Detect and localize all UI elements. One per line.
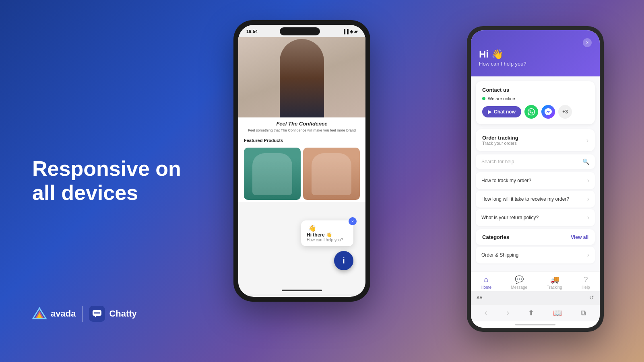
nav-tracking[interactable]: 🚚 Tracking [547,275,562,290]
message-icon: 💬 [515,275,524,284]
chat-now-button[interactable]: ▶ Chat now [482,106,521,117]
chat-body: Contact us We are online ▶ Chat now [471,76,600,272]
phone-time: 16:54 [246,29,258,34]
phone-text-section: Feel The Confidence Feel something that … [238,117,365,136]
chat-header: × Hi 👋 How can I help you? [471,30,600,76]
chat-bottom-nav: ⌂ Home 💬 Message 🚚 Tracking ? Help [471,272,600,291]
whatsapp-icon[interactable] [524,105,538,119]
faq-text-1: How to track my order? [481,178,531,183]
avada-logo: avada [32,306,76,321]
chatty-icon [89,306,105,322]
nav-message[interactable]: 💬 Message [511,275,527,290]
phone-products [238,145,365,202]
phone-chat-close[interactable]: × [349,217,357,225]
avada-label: avada [51,309,76,319]
chat-greeting: Hi 👋 [479,49,592,60]
online-dot [482,97,485,100]
contact-card: Contact us We are online ▶ Chat now [476,81,595,124]
faq-chevron-2: › [587,195,589,203]
online-text: We are online [488,96,515,101]
tablet-home-indicator [471,321,600,328]
phone-icons: ▐▐ ◈ ▰ [342,29,357,34]
home-icon: ⌂ [484,276,488,284]
tablet-mockup: × Hi 👋 How can I help you? Contact us We… [467,26,604,332]
phone-notch [280,27,320,35]
help-icon: ? [584,276,588,284]
order-tracking-subtitle: Track your orders [482,141,518,146]
brand-logos: avada Chatty [32,306,137,322]
phone-product-1 [244,148,301,200]
nav-home[interactable]: ⌂ Home [481,276,491,290]
nav-tracking-label: Tracking [547,285,562,290]
phone-chat-subtitle: How can I help you? [307,238,348,242]
nav-home-label: Home [481,285,491,290]
tracking-icon: 🚚 [550,275,559,284]
chatty-label: Chatty [109,309,136,319]
phone-hero-subtitle: Feel something that The Confidence will … [244,128,360,132]
chatty-logo: Chatty [89,306,136,322]
faq-row-2[interactable]: How long will it take to receive my orde… [476,191,595,208]
order-tracking-row[interactable]: Order tracking Track your orders › [476,129,595,151]
faq-text-3: What is your return policy? [481,215,539,220]
messenger-icon[interactable] [541,105,555,119]
faq-row-3[interactable]: What is your return policy? › [476,209,595,226]
order-shipping-text: Order & Shipping [481,252,518,258]
faq-text-2: How long will it take to receive my orde… [481,196,569,202]
chat-close-button[interactable]: × [583,38,592,47]
tablet-screen: × Hi 👋 How can I help you? Contact us We… [471,30,600,328]
nav-help[interactable]: ? Help [582,276,590,290]
phone-content: Feel The Confidence Feel something that … [238,37,365,294]
phone-home-indicator [282,290,322,291]
categories-title: Categories [482,234,509,240]
browser-forward-icon[interactable]: › [506,308,509,318]
phone-chat-title: Hi there 👋 [307,232,348,238]
order-tracking-title: Order tracking [482,135,518,141]
search-bar[interactable]: Search for help 🔍 [476,154,595,169]
phone-hero-figure [280,39,324,117]
phone-hero-title: Feel The Confidence [244,121,360,127]
browser-share-icon[interactable]: ⬆ [528,309,534,317]
refresh-icon[interactable]: ↺ [589,294,594,301]
nav-message-label: Message [511,285,527,290]
contact-card-title: Contact us [482,87,588,93]
browser-back-icon[interactable]: ‹ [485,308,487,318]
faq-row-1[interactable]: How to track my order? › [476,172,595,189]
nav-help-label: Help [582,285,590,290]
phone-hero-image [238,37,365,117]
avada-icon [32,306,47,321]
brand-divider [82,306,83,322]
phone-screen: 16:54 ▐▐ ◈ ▰ Feel The Confidence Feel so… [238,25,365,297]
search-placeholder: Search for help [481,159,514,165]
browser-tabs-icon[interactable]: ⧉ [581,309,586,317]
left-section: Responsive on all devices [32,157,201,205]
order-tracking-chevron: › [586,137,588,144]
address-bar: AA ↺ [471,291,600,304]
headline: Responsive on all devices [32,157,201,205]
order-shipping-row[interactable]: Order & Shipping › [476,247,595,263]
chat-now-label: Chat now [494,109,516,115]
order-shipping-chevron: › [587,251,589,259]
svg-point-6 [98,312,100,314]
tablet-home-bar [515,324,555,325]
address-text: AA [477,295,483,300]
browser-bottom: ‹ › ⬆ 📖 ⧉ [471,304,600,321]
phone-fab[interactable]: i [334,251,353,270]
product-figure-1 [252,153,292,195]
phone-mockup: 16:54 ▐▐ ◈ ▰ Feel The Confidence Feel so… [233,20,370,302]
chat-now-icon: ▶ [488,109,491,115]
phone-fab-label: i [343,256,345,265]
svg-point-5 [96,312,98,314]
svg-point-4 [94,312,96,314]
more-channels[interactable]: +3 [558,105,572,119]
browser-bookmarks-icon[interactable]: 📖 [553,309,562,317]
online-indicator: We are online [482,96,588,101]
phone-chat-bubble: × Hi there 👋 How can I help you? [301,220,353,246]
faq-chevron-3: › [587,214,589,221]
svg-marker-7 [94,316,96,317]
faq-chevron-1: › [587,177,589,184]
channel-buttons: ▶ Chat now +3 [482,105,588,119]
categories-row: Categories View all [476,229,595,245]
phone-product-2 [303,148,360,200]
order-tracking-left: Order tracking Track your orders [482,135,518,146]
view-all-link[interactable]: View all [571,234,588,240]
